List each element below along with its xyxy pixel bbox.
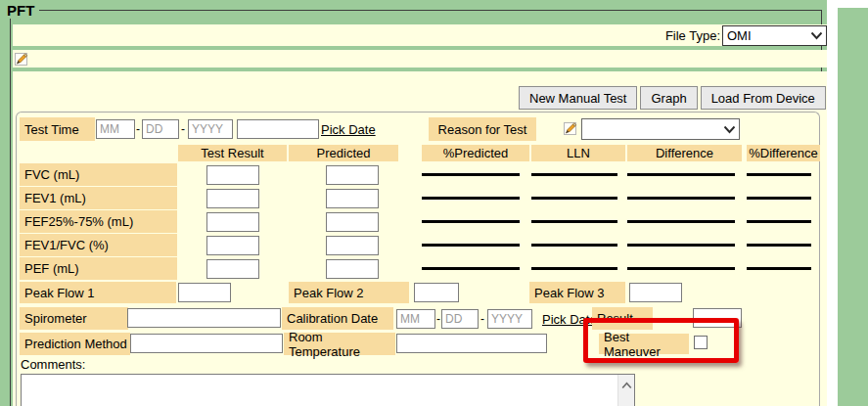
calibration-pick-date-link[interactable]: Pick Date (542, 312, 597, 327)
fev1-lln-line (531, 197, 617, 200)
fev1-test-result-input[interactable] (206, 189, 259, 208)
room-temperature-label: Room Temperature (284, 333, 395, 355)
spirometer-label: Spirometer (20, 307, 128, 330)
pef-lln-line (531, 267, 617, 270)
calibration-month-input[interactable] (396, 309, 435, 329)
row-label-fef: FEF25%-75% (mL) (20, 210, 177, 233)
calibration-year-input[interactable] (487, 309, 532, 329)
best-maneuver-label: Best Maneuver (599, 334, 689, 354)
fvc-percent-difference-line (747, 173, 811, 176)
test-time-month-input[interactable] (96, 119, 135, 139)
fvc-difference-line (627, 173, 735, 176)
fvc-predicted-input[interactable] (326, 165, 379, 185)
peak-flow-2-label: Peak Flow 2 (289, 282, 409, 303)
scroll-up-button[interactable] (618, 377, 635, 393)
fef-predicted-input[interactable] (326, 212, 379, 232)
result-input[interactable] (693, 308, 742, 328)
best-maneuver-checkbox[interactable] (694, 336, 708, 349)
date-separator: - (436, 309, 440, 329)
column-header-test-result: Test Result (178, 145, 287, 161)
spirometer-input[interactable] (127, 308, 281, 328)
reason-edit-pencil-icon[interactable] (564, 121, 577, 135)
column-header-predicted: Predicted (289, 145, 398, 161)
peak-flow-3-label: Peak Flow 3 (529, 282, 625, 303)
fev1-difference-line (627, 197, 735, 200)
fef-test-result-input[interactable] (206, 212, 259, 232)
peak-flow-1-label: Peak Flow 1 (20, 282, 176, 303)
row-label-fvc: FVC (mL) (20, 163, 177, 186)
test-time-year-input[interactable] (188, 119, 233, 139)
fef-lln-line (531, 220, 617, 223)
edit-pencil-icon[interactable] (15, 52, 28, 66)
calibration-date-label: Calibration Date (282, 307, 393, 330)
pef-percent-difference-line (747, 267, 811, 270)
reason-for-test-label: Reason for Test (429, 117, 536, 141)
fef-percent-predicted-line (422, 220, 520, 223)
edit-bar (13, 50, 827, 68)
fev1-fvc-test-result-input[interactable] (206, 236, 259, 255)
chevron-down-icon (723, 125, 736, 134)
fev1-fvc-lln-line (531, 244, 617, 247)
row-label-fev1-fvc: FEV1/FVC (%) (20, 234, 177, 256)
pef-difference-line (627, 267, 735, 270)
file-type-bar: File Type: OMI (13, 24, 827, 46)
test-time-time-input[interactable] (237, 119, 319, 139)
file-type-label: File Type: (665, 28, 720, 43)
graph-button[interactable]: Graph (640, 86, 697, 110)
file-type-select[interactable]: OMI (722, 25, 827, 46)
pft-screen: PFT File Type: OMI New Manual Test Graph… (0, 0, 868, 406)
pef-test-result-input[interactable] (206, 259, 259, 279)
comments-scrollbar[interactable] (617, 375, 634, 406)
column-header-percent-predicted: %Predicted (422, 145, 529, 161)
fvc-test-result-input[interactable] (206, 165, 259, 185)
comments-label: Comments: (21, 357, 85, 372)
new-manual-test-button[interactable]: New Manual Test (519, 86, 637, 110)
test-time-pick-date-link[interactable]: Pick Date (321, 122, 376, 137)
test-time-day-input[interactable] (142, 119, 179, 139)
fev1-predicted-input[interactable] (326, 189, 379, 208)
fvc-lln-line (531, 173, 617, 176)
prediction-method-label: Prediction Method (20, 333, 130, 355)
column-header-difference: Difference (627, 145, 742, 161)
fev1-fvc-percent-difference-line (747, 244, 811, 247)
calibration-day-input[interactable] (441, 309, 479, 329)
peak-flow-1-input[interactable] (178, 283, 231, 302)
chevron-down-icon (810, 31, 823, 40)
peak-flow-3-input[interactable] (629, 283, 682, 302)
scroll-up-icon (621, 382, 632, 389)
peak-flow-2-input[interactable] (414, 283, 459, 302)
row-label-pef: PEF (mL) (20, 257, 177, 280)
file-type-selected-value: OMI (727, 28, 752, 43)
right-green-strip (838, 8, 868, 406)
column-header-lln: LLN (531, 145, 625, 161)
date-separator: - (181, 119, 185, 139)
pef-percent-predicted-line (422, 267, 520, 270)
fev1-percent-difference-line (747, 197, 811, 200)
pef-predicted-input[interactable] (326, 259, 379, 279)
fev1-fvc-difference-line (627, 244, 735, 247)
fvc-percent-predicted-line (422, 173, 520, 176)
fef-percent-difference-line (747, 220, 811, 223)
room-temperature-input[interactable] (396, 334, 547, 353)
toolbar: New Manual Test Graph Load From Device (519, 86, 826, 110)
section-title: PFT (7, 2, 39, 19)
reason-for-test-select[interactable] (581, 118, 740, 140)
date-separator: - (136, 119, 140, 139)
fev1-fvc-percent-predicted-line (422, 244, 520, 247)
result-label: Result (592, 307, 653, 330)
pft-form-table: Test Time - - Pick Date Reason for Test … (16, 112, 820, 406)
prediction-method-input[interactable] (130, 334, 283, 353)
test-time-label: Test Time (20, 117, 95, 141)
comments-textarea[interactable] (21, 374, 635, 406)
fev1-percent-predicted-line (422, 197, 520, 200)
date-separator: - (480, 309, 484, 329)
fev1-fvc-predicted-input[interactable] (326, 236, 379, 255)
fef-difference-line (627, 220, 735, 223)
column-header-percent-difference: %Difference (747, 145, 820, 161)
load-from-device-button[interactable]: Load From Device (701, 86, 826, 110)
row-label-fev1: FEV1 (mL) (20, 187, 177, 209)
